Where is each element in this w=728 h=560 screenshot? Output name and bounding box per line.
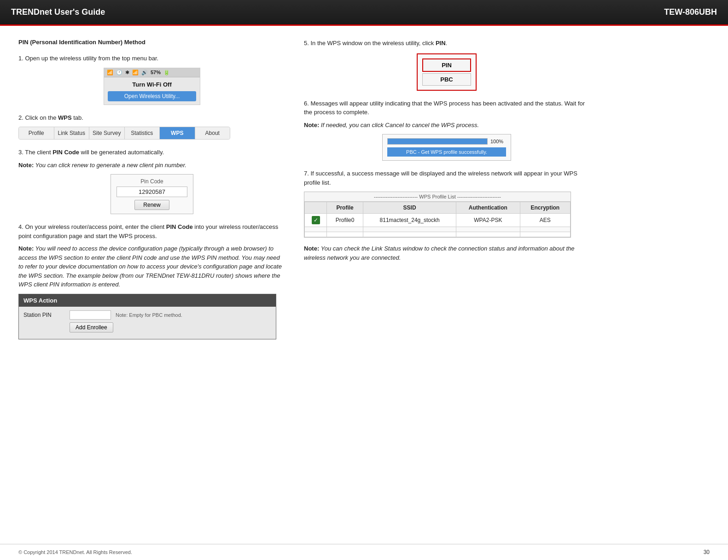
- table-row: ✓Profile0811mactest_24g_stockhWPA2-PSKAE…: [305, 214, 571, 227]
- wifi-menu-screenshot: 📶 🕐 ✱ 📶 🔊 57% 🔋 Turn Wi-Fi Off Open Wire…: [104, 68, 200, 105]
- step2-bold: WPS: [58, 114, 72, 121]
- cell-enc: [520, 232, 570, 237]
- cell-profile: [327, 232, 363, 237]
- progress-bar-inner: [388, 139, 487, 144]
- footer-copyright: © Copyright 2014 TRENDnet. All Rights Re…: [18, 549, 132, 555]
- step4-bold: PIN Code: [166, 223, 193, 230]
- col-header-enc: Encryption: [520, 202, 570, 214]
- cell-profile: Profile0: [327, 214, 363, 227]
- col-header-ssid: SSID: [363, 202, 456, 214]
- tab-profile[interactable]: Profile: [19, 127, 54, 139]
- tab-statistics[interactable]: Statistics: [125, 127, 160, 139]
- cell-profile: [327, 227, 363, 232]
- table-row: [305, 227, 571, 232]
- step5-bold: PIN: [436, 40, 446, 47]
- step5-suffix: .: [446, 40, 448, 47]
- header-model: TEW-806UBH: [664, 7, 717, 17]
- step3-bold: PIN Code: [52, 149, 79, 156]
- clock-icon: 🕐: [116, 70, 122, 76]
- step2-prefix: 2. Click on the: [18, 114, 58, 121]
- progress-message: PBC - Get WPS profile successfully.: [387, 147, 506, 157]
- tab-bar: Profile Link Status Site Survey Statisti…: [18, 127, 230, 140]
- step6-text: 6. Messages will appear utility indicati…: [304, 99, 589, 117]
- pbc-button-sim: PBC: [422, 73, 471, 86]
- step4: 4. On your wireless router/access point,…: [18, 222, 285, 339]
- cell-enc: [520, 227, 570, 232]
- tab-about[interactable]: About: [195, 127, 230, 139]
- station-pin-input[interactable]: [70, 310, 111, 320]
- progress-bar-outer: [387, 138, 488, 145]
- cell-auth: [456, 232, 520, 237]
- wps-action-table: WPS Action Station PIN Note: Empty for P…: [18, 294, 276, 339]
- step4-note-label: Note:: [18, 245, 34, 252]
- bluetooth-icon: ✱: [125, 70, 129, 76]
- tab-site-survey[interactable]: Site Survey: [89, 127, 125, 139]
- wifi-icon: 📶: [107, 70, 113, 76]
- signal-icon: 📶: [132, 70, 139, 76]
- step3-prefix: 3. The client: [18, 149, 52, 156]
- col-header-profile: Profile: [327, 202, 363, 214]
- step6: 6. Messages will appear utility indicati…: [304, 99, 589, 161]
- wifi-menu-bar: 📶 🕐 ✱ 📶 🔊 57% 🔋: [104, 68, 200, 77]
- volume-icon: 🔊: [141, 70, 148, 76]
- progress-bar-row: 100%: [387, 138, 506, 145]
- cell-check: [305, 232, 327, 237]
- step7: 7. If successful, a success message will…: [304, 169, 589, 262]
- step6-note-label: Note:: [304, 122, 321, 128]
- cell-enc: AES: [520, 214, 570, 227]
- step3-note: Note: You can click renew to generate a …: [18, 161, 285, 170]
- pin-button-sim: PIN: [422, 58, 471, 72]
- step7-text: 7. If successful, a success message will…: [304, 169, 589, 187]
- table-row: [305, 232, 571, 237]
- cell-check: [305, 227, 327, 232]
- step6-note-text: If needed, you can click Cancel to cance…: [321, 122, 479, 128]
- cell-ssid: [363, 227, 456, 232]
- wifi-menu-body: Turn Wi-Fi Off Open Wireless Utility...: [104, 77, 200, 105]
- step3-note-label: Note:: [18, 162, 34, 169]
- wifi-menu-item2: Open Wireless Utility...: [108, 91, 196, 101]
- wps-action-body: Station PIN Note: Empty for PBC method. …: [19, 307, 276, 339]
- step3: 3. The client PIN Code will be generated…: [18, 148, 285, 214]
- header: TRENDnet User's Guide TEW-806UBH: [0, 0, 728, 26]
- step2-suffix: tab.: [72, 114, 83, 121]
- pin-section: PIN (Personal Identification Number) Met…: [18, 39, 285, 46]
- wps-action-note: Note: Empty for PBC method.: [116, 312, 182, 318]
- section-title: PIN (Personal Identification Number) Met…: [18, 39, 285, 46]
- step3-note-text: You can click renew to generate a new cl…: [35, 162, 186, 169]
- wifi-menu-item1: Turn Wi-Fi Off: [108, 79, 196, 90]
- add-enrollee-button[interactable]: Add Enrollee: [70, 322, 113, 332]
- main-content: PIN (Personal Identification Number) Met…: [0, 26, 728, 357]
- step1: 1. Open up the wireless utility from the…: [18, 54, 285, 105]
- wps-action-header: WPS Action: [19, 294, 276, 307]
- left-column: PIN (Personal Identification Number) Met…: [18, 39, 285, 348]
- step3-text: 3. The client PIN Code will be generated…: [18, 148, 285, 157]
- step6-note: Note: If needed, you can click Cancel to…: [304, 121, 589, 130]
- cell-ssid: [363, 232, 456, 237]
- step4-note: Note: You will need to access the device…: [18, 244, 285, 289]
- cell-auth: [456, 227, 520, 232]
- renew-button[interactable]: Renew: [134, 200, 169, 210]
- step4-prefix: 4. On your wireless router/access point,…: [18, 223, 166, 230]
- tab-link-status[interactable]: Link Status: [54, 127, 90, 139]
- step7-note: Note: You can check the Link Status wind…: [304, 244, 589, 262]
- pin-code-value: 12920587: [116, 187, 187, 197]
- col-header-auth: Authentication: [456, 202, 520, 214]
- step5-prefix: 5. In the WPS window on the wireless uti…: [304, 40, 436, 47]
- checkmark-icon: ✓: [312, 216, 320, 224]
- battery-icon: 🔋: [163, 70, 170, 76]
- step5: 5. In the WPS window on the wireless uti…: [304, 39, 589, 91]
- wps-action-row-btn: Add Enrollee: [23, 322, 271, 332]
- step7-note-text: You can check the Link Status window to …: [304, 245, 575, 261]
- wps-profile-table: Profile SSID Authentication Encryption ✓…: [304, 202, 571, 237]
- step4-note-text: You will need to access the device confi…: [18, 245, 282, 288]
- step4-text: 4. On your wireless router/access point,…: [18, 222, 285, 240]
- tab-wps[interactable]: WPS: [160, 127, 195, 139]
- wps-action-row-station: Station PIN Note: Empty for PBC method.: [23, 310, 271, 320]
- wps-action-label: Station PIN: [23, 312, 65, 318]
- step1-text: 1. Open up the wireless utility from the…: [18, 54, 285, 63]
- wps-profile-list-title: -------------------------- WPS Profile L…: [304, 192, 571, 202]
- pin-code-box: Pin Code 12920587 Renew: [111, 174, 193, 214]
- pin-pbc-screenshot: PIN PBC: [417, 53, 477, 91]
- progress-wrap: 100% PBC - Get WPS profile successfully.: [382, 134, 511, 161]
- header-title: TRENDnet User's Guide: [11, 7, 105, 17]
